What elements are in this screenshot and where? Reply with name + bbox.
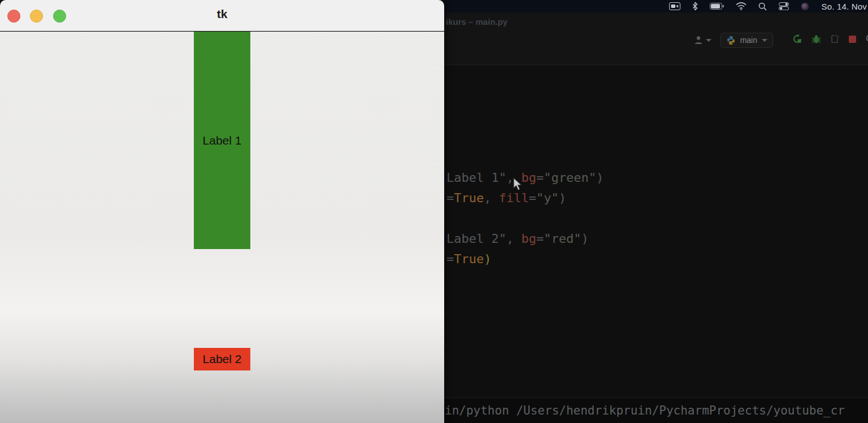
stop-button[interactable]	[848, 35, 857, 46]
spotlight-search-icon[interactable]	[758, 2, 767, 11]
chevron-down-icon	[762, 39, 767, 42]
tk-label-2: Label 2	[194, 348, 250, 370]
tk-window: tk Label 1 Label 2	[0, 0, 444, 423]
python-logo-icon	[726, 36, 736, 45]
toolbar-search-icon[interactable]	[866, 34, 868, 46]
pycharm-window: So. 14. Nov ikurs – main.py main	[444, 0, 868, 423]
run-config-name: main	[740, 36, 757, 45]
control-center-icon[interactable]	[779, 2, 789, 10]
screen-record-icon[interactable]	[669, 2, 680, 10]
menu-bar-clock[interactable]: So. 14. Nov	[821, 2, 867, 11]
tk-content-area: Label 1 Label 2	[0, 32, 444, 423]
tk-window-title: tk	[0, 7, 444, 21]
rerun-button[interactable]	[792, 34, 802, 46]
console-output: in/python /Users/hendrikpruin/PycharmPro…	[445, 404, 845, 417]
screen: So. 14. Nov ikurs – main.py main	[0, 0, 868, 423]
battery-icon[interactable]	[710, 3, 724, 10]
macos-menu-bar: So. 14. Nov	[444, 0, 868, 12]
tk-label-1: Label 1	[194, 32, 250, 249]
pycharm-window-title: ikurs – main.py	[446, 17, 507, 27]
mouse-cursor	[513, 177, 526, 194]
bluetooth-icon[interactable]	[692, 2, 698, 11]
pycharm-toolbar: main	[693, 31, 868, 49]
coverage-button[interactable]	[830, 34, 839, 46]
vcs-user-icon[interactable]	[693, 35, 711, 45]
siri-icon[interactable]	[801, 2, 809, 11]
tk-titlebar[interactable]: tk	[0, 0, 444, 31]
code-editor[interactable]: Label 1", bg="green")=True, fill="y")Lab…	[444, 66, 868, 397]
run-console[interactable]: in/python /Users/hendrikpruin/PycharmPro…	[444, 398, 868, 423]
run-config-selector[interactable]: main	[721, 33, 773, 48]
pycharm-titlebar: ikurs – main.py main	[444, 12, 868, 65]
debug-button[interactable]	[811, 34, 821, 46]
wifi-icon[interactable]	[736, 2, 747, 10]
